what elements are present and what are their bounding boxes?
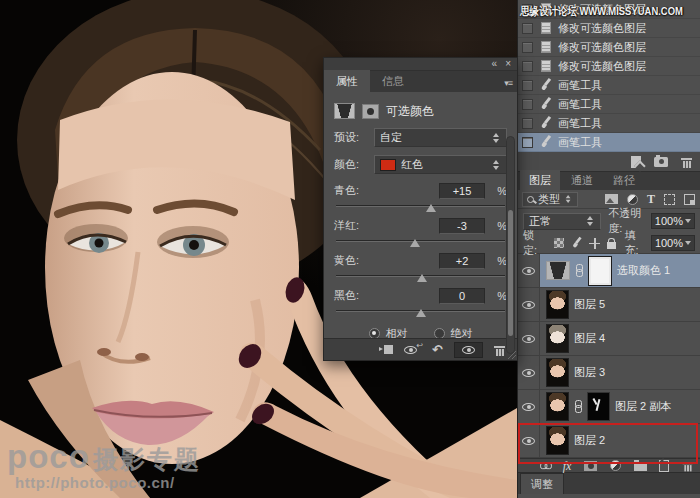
history-step[interactable]: 修改可选颜色图层 bbox=[518, 38, 700, 57]
poco-watermark: poco 摄影专题 http://photo.poco.cn/ bbox=[7, 440, 201, 490]
lock-all-icon[interactable] bbox=[607, 242, 616, 249]
visibility-toggle[interactable] bbox=[518, 356, 540, 389]
visibility-toggle[interactable] bbox=[518, 390, 540, 423]
visibility-toggle[interactable] bbox=[518, 424, 540, 457]
layer-name[interactable]: 选取颜色 1 bbox=[617, 263, 670, 278]
delete-history-icon[interactable] bbox=[681, 156, 692, 168]
yellow-slider[interactable] bbox=[334, 270, 507, 283]
layer-row[interactable]: 图层 4 bbox=[518, 322, 700, 356]
clip-to-layer-icon[interactable] bbox=[379, 344, 393, 355]
history-step[interactable]: 修改可选颜色图层 bbox=[518, 57, 700, 76]
mask-badge-icon[interactable] bbox=[362, 104, 379, 119]
blend-mode-dropdown[interactable]: 正常 bbox=[523, 213, 601, 230]
close-icon[interactable]: × bbox=[505, 59, 511, 69]
magenta-slider[interactable] bbox=[334, 235, 507, 248]
history-step[interactable]: 画笔工具 bbox=[518, 95, 700, 114]
link-layers-icon[interactable] bbox=[540, 462, 552, 469]
delete-adjustment-icon[interactable] bbox=[494, 344, 505, 356]
history-step[interactable]: 修改可选颜色图层 bbox=[518, 19, 700, 38]
magenta-value-field[interactable]: -3 bbox=[439, 218, 485, 234]
fill-field[interactable]: 100% bbox=[651, 235, 695, 251]
layer-name[interactable]: 图层 4 bbox=[574, 331, 605, 346]
tab-info[interactable]: 信息 bbox=[370, 70, 416, 92]
layer-thumbnail[interactable] bbox=[546, 426, 569, 455]
visibility-toggle[interactable] bbox=[518, 322, 540, 355]
link-mask-icon[interactable] bbox=[575, 264, 583, 277]
view-previous-state-icon[interactable] bbox=[404, 345, 421, 355]
filter-pixel-layers-icon[interactable] bbox=[605, 194, 618, 204]
history-brush-checkbox[interactable] bbox=[522, 23, 533, 34]
filter-adjustment-layers-icon[interactable] bbox=[627, 194, 638, 205]
history-step-selected[interactable]: 画笔工具 bbox=[518, 133, 700, 152]
history-brush-checkbox[interactable] bbox=[522, 80, 533, 91]
preset-dropdown[interactable]: 自定 bbox=[374, 128, 507, 147]
collapse-icon[interactable]: « bbox=[492, 59, 498, 69]
toggle-visibility-button[interactable] bbox=[454, 342, 483, 358]
tab-paths[interactable]: 路径 bbox=[604, 170, 644, 190]
adjustment-title: 可选颜色 bbox=[386, 103, 434, 120]
slider-thumb[interactable] bbox=[410, 239, 420, 247]
slider-thumb[interactable] bbox=[426, 204, 436, 212]
history-step[interactable]: 画笔工具 bbox=[518, 114, 700, 133]
filter-kind-dropdown[interactable]: 类型 bbox=[522, 192, 578, 207]
new-adjustment-layer-icon[interactable] bbox=[610, 460, 621, 471]
tab-layers[interactable]: 图层 bbox=[520, 170, 560, 190]
black-slider[interactable] bbox=[334, 305, 507, 318]
panel-menu-icon[interactable]: ▾≡ bbox=[504, 78, 512, 88]
cyan-value-field[interactable]: +15 bbox=[439, 183, 485, 199]
color-dropdown[interactable]: 红色 bbox=[374, 155, 507, 174]
layer-row[interactable]: 图层 5 bbox=[518, 288, 700, 322]
document-icon bbox=[538, 22, 553, 34]
layer-row-selected[interactable]: 选取颜色 1 bbox=[518, 254, 700, 288]
filter-smart-objects-icon[interactable] bbox=[684, 194, 695, 205]
layer-row[interactable]: 图层 2 bbox=[518, 424, 700, 458]
reset-icon[interactable]: ↶ bbox=[432, 345, 443, 355]
visibility-toggle[interactable] bbox=[518, 288, 540, 321]
delete-layer-icon[interactable] bbox=[683, 460, 693, 471]
layer-style-icon[interactable]: fx bbox=[563, 461, 572, 471]
history-brush-checkbox[interactable] bbox=[522, 118, 533, 129]
history-brush-checkbox[interactable] bbox=[522, 61, 533, 72]
black-value-field[interactable]: 0 bbox=[439, 288, 485, 304]
slider-thumb[interactable] bbox=[417, 274, 427, 282]
chevron-down-icon bbox=[685, 219, 691, 223]
layer-mask-thumbnail[interactable] bbox=[588, 256, 612, 286]
opacity-field[interactable]: 100% bbox=[651, 213, 695, 229]
layer-thumbnail[interactable] bbox=[546, 358, 569, 387]
layer-mask-thumbnail[interactable] bbox=[587, 392, 610, 421]
yellow-value-field[interactable]: +2 bbox=[439, 253, 485, 269]
properties-scrollbar[interactable] bbox=[506, 136, 515, 354]
tab-channels[interactable]: 通道 bbox=[562, 170, 602, 190]
history-step[interactable]: 画笔工具 bbox=[518, 76, 700, 95]
tab-properties[interactable]: 属性 bbox=[324, 70, 370, 92]
history-brush-checkbox[interactable] bbox=[522, 42, 533, 53]
history-brush-checkbox[interactable] bbox=[522, 137, 533, 148]
layer-thumbnail[interactable] bbox=[546, 290, 569, 319]
lock-position-icon[interactable] bbox=[589, 238, 600, 249]
layer-thumbnail[interactable] bbox=[546, 324, 569, 353]
new-document-from-state-icon[interactable] bbox=[631, 156, 641, 168]
lock-paint-icon[interactable] bbox=[571, 238, 581, 249]
tab-adjustments[interactable]: 调整 bbox=[520, 473, 564, 494]
slider-thumb[interactable] bbox=[416, 309, 426, 317]
layer-row[interactable]: 图层 3 bbox=[518, 356, 700, 390]
layer-name[interactable]: 图层 5 bbox=[574, 297, 605, 312]
add-mask-icon[interactable] bbox=[584, 461, 597, 471]
layer-row[interactable]: 图层 2 副本 bbox=[518, 390, 700, 424]
layer-name[interactable]: 图层 3 bbox=[574, 365, 605, 380]
lock-transparency-icon[interactable] bbox=[554, 238, 564, 248]
filter-shape-layers-icon[interactable] bbox=[664, 194, 675, 205]
history-brush-checkbox[interactable] bbox=[522, 99, 533, 110]
selective-color-thumbnail[interactable] bbox=[546, 261, 570, 280]
visibility-toggle[interactable] bbox=[518, 254, 540, 287]
link-mask-icon[interactable] bbox=[574, 400, 582, 413]
cyan-slider[interactable] bbox=[334, 200, 507, 213]
new-layer-icon[interactable] bbox=[659, 460, 669, 472]
layer-thumbnail[interactable] bbox=[546, 392, 569, 421]
layer-name[interactable]: 图层 2 副本 bbox=[615, 399, 671, 414]
filter-type-layers-icon[interactable]: T bbox=[647, 192, 655, 207]
layer-name[interactable]: 图层 2 bbox=[574, 433, 605, 448]
history-step-label: 画笔工具 bbox=[558, 116, 602, 131]
new-snapshot-icon[interactable] bbox=[654, 157, 668, 167]
new-group-icon[interactable] bbox=[634, 462, 647, 471]
